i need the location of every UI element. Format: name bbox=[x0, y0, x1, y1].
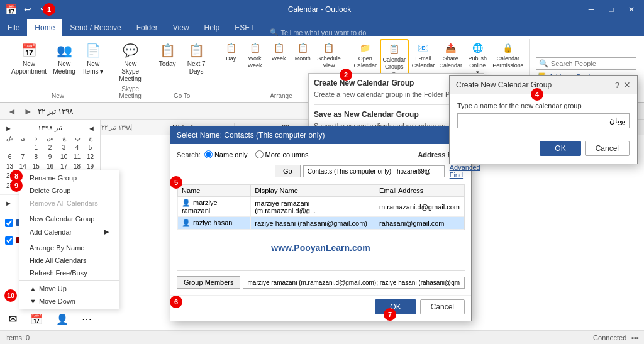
status-icons: ▪▪▪ bbox=[631, 334, 639, 341]
month-btn[interactable]: 📋 Month bbox=[291, 39, 314, 64]
tab-eset[interactable]: ESET bbox=[227, 19, 262, 36]
cal-prev-btn[interactable]: ◄ bbox=[88, 125, 95, 132]
nav-prev-btn[interactable]: ◄ bbox=[5, 105, 19, 118]
tell-me-text[interactable]: Tell me what you want to do bbox=[281, 29, 367, 36]
new-items-btn[interactable]: 📄 NewItems ▾ bbox=[79, 39, 107, 77]
tab-view[interactable]: View bbox=[165, 19, 197, 36]
work-week-btn[interactable]: 📋 WorkWeek bbox=[243, 39, 266, 70]
cal-title: تیر ۱۳۹۸ bbox=[38, 124, 62, 132]
radio-name-only-input[interactable] bbox=[204, 150, 213, 158]
radio-more-cols[interactable]: More columns bbox=[255, 150, 309, 158]
context-sep-1 bbox=[19, 211, 119, 211]
radio-more-cols-input[interactable] bbox=[255, 150, 264, 158]
advanced-find-link[interactable]: Advanced Find bbox=[450, 164, 480, 179]
cal-cell[interactable] bbox=[17, 143, 29, 152]
row1-name: 👤marziye ramazani bbox=[178, 197, 251, 217]
refresh-free-busy-item[interactable]: Refresh Free/Busy bbox=[19, 267, 119, 279]
rename-group-item[interactable]: Rename Group bbox=[19, 172, 119, 184]
dialog1-close-btn[interactable]: ✕ bbox=[623, 80, 631, 90]
dialog2-search-input[interactable] bbox=[177, 165, 272, 177]
search-people-input[interactable] bbox=[551, 60, 633, 67]
share-calendar-btn[interactable]: 📤 ShareCalendar bbox=[438, 39, 464, 70]
delete-group-item[interactable]: Delete Group bbox=[19, 184, 119, 197]
row1-email: m.ramazani.d@gmail.com bbox=[375, 197, 464, 217]
cal-cell[interactable]: 12 bbox=[84, 153, 96, 161]
items-count: Items: 0 bbox=[5, 334, 30, 341]
window-controls: ─ □ ✕ bbox=[584, 4, 639, 14]
calendar-permissions-btn[interactable]: 🔒 CalendarPermissions bbox=[491, 39, 525, 70]
tab-folder[interactable]: Folder bbox=[129, 19, 165, 36]
cal-cell[interactable]: 4 bbox=[71, 143, 83, 152]
tab-help[interactable]: Help bbox=[197, 19, 228, 36]
week-btn[interactable]: 📋 Week bbox=[267, 39, 290, 64]
cal-checkbox-1[interactable] bbox=[5, 219, 13, 227]
dialog1-ok-btn[interactable]: OK bbox=[540, 141, 580, 156]
maximize-btn[interactable]: □ bbox=[604, 4, 619, 14]
undo-btn[interactable]: ↩ bbox=[24, 4, 31, 14]
cal-cell[interactable]: 2 bbox=[43, 143, 57, 152]
ab-dropdown[interactable]: Contacts (This computer only) - hozarei6… bbox=[303, 165, 445, 177]
new-skype-btn[interactable]: 💬 New SkypeMeeting bbox=[116, 39, 144, 84]
radio-name-only[interactable]: Name only bbox=[204, 150, 248, 158]
cal-cell[interactable]: 7 bbox=[17, 153, 29, 161]
cal-cell[interactable]: 3 bbox=[58, 143, 70, 152]
more-options-icon[interactable]: ⋯ bbox=[82, 313, 92, 325]
new-meeting-label: NewMeeting bbox=[53, 60, 75, 75]
go-btn[interactable]: Go bbox=[275, 165, 301, 177]
contacts-icon[interactable]: 👤 bbox=[56, 313, 69, 325]
table-row-selected[interactable]: 👤raziye hasani raziye hasani (rahasani@g… bbox=[178, 217, 464, 230]
dialog1-body: Type a name for the new calendar group bbox=[450, 94, 637, 136]
nav-next-btn[interactable]: ► bbox=[21, 105, 35, 118]
day-label: Day bbox=[226, 55, 236, 62]
cal-cell[interactable]: 8 bbox=[30, 153, 42, 161]
day-btn[interactable]: 📋 Day bbox=[219, 39, 242, 64]
cal-cell[interactable]: 10 bbox=[58, 153, 70, 161]
group-members-input[interactable] bbox=[243, 277, 465, 289]
cal-cell[interactable]: 6 bbox=[4, 153, 16, 161]
tab-send-receive[interactable]: Send / Receive bbox=[62, 19, 128, 36]
cal-cell[interactable]: 5 bbox=[84, 143, 96, 152]
minimize-btn[interactable]: ─ bbox=[584, 4, 599, 14]
weekday-fri: ج bbox=[84, 135, 96, 142]
cal-cell[interactable]: 13 bbox=[4, 162, 16, 170]
dialog2-title: Select Name: Contacts (This computer onl… bbox=[177, 131, 325, 140]
email-calendar-btn[interactable]: 📧 E-mailCalendar bbox=[410, 39, 436, 70]
move-down-item[interactable]: ▼Move Down bbox=[19, 295, 119, 308]
cal2-next-btn[interactable]: ► bbox=[5, 199, 12, 207]
today-btn[interactable]: 📋 Today bbox=[153, 39, 181, 69]
new-calendar-group-item[interactable]: New Calendar Group bbox=[19, 213, 119, 225]
tab-file[interactable]: File bbox=[0, 19, 27, 36]
dialog1-help-btn[interactable]: ? bbox=[615, 80, 619, 90]
cal-checkbox-2[interactable] bbox=[5, 236, 13, 245]
open-calendar-btn[interactable]: 📁 OpenCalendar bbox=[352, 39, 379, 70]
new-meeting-btn[interactable]: 👥 NewMeeting bbox=[50, 39, 78, 77]
next7-btn[interactable]: 📋 Next 7Days bbox=[182, 39, 210, 77]
cal-cell[interactable]: 11 bbox=[71, 153, 83, 161]
open-calendar-icon: 📁 bbox=[360, 40, 370, 55]
publish-online-btn[interactable]: 🌐 PublishOnline ▾ bbox=[465, 39, 490, 77]
dialog1-input[interactable] bbox=[457, 113, 630, 128]
arrange-group-label: Arrange bbox=[270, 91, 292, 99]
group-members-btn[interactable]: Group Members bbox=[177, 276, 240, 289]
table-row[interactable]: 👤marziye ramazani marziye ramazani (m.ra… bbox=[178, 197, 464, 217]
cal-cell[interactable]: 1 bbox=[30, 143, 42, 152]
hide-all-cals-item[interactable]: Hide All Calendars bbox=[19, 254, 119, 267]
dialog1-cancel-btn[interactable]: Cancel bbox=[585, 141, 630, 156]
mail-icon[interactable]: ✉ bbox=[9, 313, 17, 325]
add-calendar-item[interactable]: Add Calendar ▶ bbox=[19, 225, 119, 238]
work-week-label: WorkWeek bbox=[248, 55, 262, 69]
cal-cell[interactable]: 9 bbox=[43, 153, 57, 161]
move-up-item[interactable]: ▲Move Up bbox=[19, 282, 119, 295]
dialog2-cancel-btn[interactable]: Cancel bbox=[420, 299, 465, 314]
tab-home[interactable]: Home bbox=[27, 19, 62, 36]
new-appointment-btn[interactable]: 📅 NewAppointment bbox=[9, 39, 49, 77]
calendar-icon-bottom[interactable]: 📅 bbox=[30, 313, 43, 325]
dialog2-search-row: Search: Name only More columns Address B… bbox=[177, 150, 465, 158]
cal-cell[interactable] bbox=[4, 143, 16, 152]
new-meeting-icon: 👥 bbox=[57, 40, 72, 60]
context-sep-2 bbox=[19, 240, 119, 240]
cal-next-btn[interactable]: ► bbox=[5, 125, 12, 132]
close-btn[interactable]: ✕ bbox=[624, 4, 639, 14]
schedule-view-btn[interactable]: 📋 ScheduleView bbox=[315, 39, 343, 70]
arrange-by-name-item[interactable]: Arrange By Name bbox=[19, 241, 119, 254]
